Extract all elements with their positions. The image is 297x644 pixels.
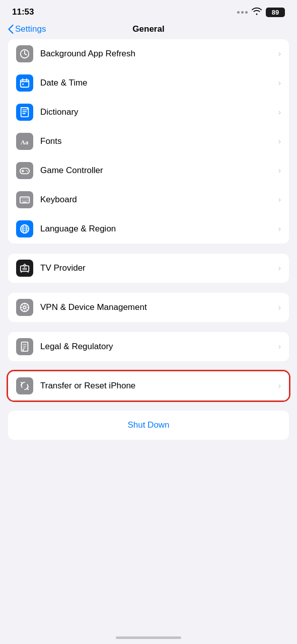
vpn-label: VPN & Device Management xyxy=(40,302,278,312)
chevron-icon: › xyxy=(278,166,281,175)
transfer-reset-label: Transfer or Reset iPhone xyxy=(40,381,278,391)
chevron-icon: › xyxy=(278,108,281,117)
date-time-label: Date & Time xyxy=(40,78,278,88)
chevron-icon: › xyxy=(278,137,281,146)
vpn-device-item[interactable]: VPN & Device Management › xyxy=(8,293,289,322)
shutdown-label: Shut Down xyxy=(127,420,169,430)
svg-rect-1 xyxy=(21,80,29,88)
chevron-icon: › xyxy=(278,342,281,351)
language-region-icon xyxy=(16,220,33,237)
svg-point-16 xyxy=(22,349,24,351)
background-app-refresh-icon xyxy=(16,45,33,62)
legal-regulatory-label: Legal & Regulatory xyxy=(40,342,278,352)
nav-bar: Settings General xyxy=(0,21,297,39)
transfer-reset-item[interactable]: Transfer or Reset iPhone › xyxy=(8,371,289,400)
fonts-label: Fonts xyxy=(40,136,278,146)
chevron-icon: › xyxy=(278,264,281,273)
svg-rect-5 xyxy=(20,168,29,174)
shutdown-button[interactable]: Shut Down xyxy=(8,411,289,440)
vpn-icon xyxy=(16,299,33,316)
tv-provider-label: TV Provider xyxy=(40,263,278,273)
settings-group-tv: TV Provider › xyxy=(8,254,289,283)
back-button[interactable]: Settings xyxy=(8,24,46,34)
keyboard-item[interactable]: Keyboard › xyxy=(8,185,289,214)
chevron-icon: › xyxy=(278,195,281,204)
svg-point-6 xyxy=(26,170,27,171)
settings-group-vpn: VPN & Device Management › xyxy=(8,293,289,322)
tv-provider-item[interactable]: TV Provider › xyxy=(8,254,289,283)
language-region-label: Language & Region xyxy=(40,224,278,234)
date-time-icon xyxy=(16,74,33,92)
keyboard-label: Keyboard xyxy=(40,195,278,205)
chevron-icon: › xyxy=(278,303,281,312)
status-time: 11:53 xyxy=(12,7,34,17)
home-indicator xyxy=(116,636,181,639)
svg-point-14 xyxy=(23,306,26,309)
tv-provider-icon xyxy=(16,260,33,277)
game-controller-label: Game Controller xyxy=(40,166,278,176)
dictionary-icon xyxy=(16,104,33,121)
settings-group-legal: Legal & Regulatory › xyxy=(8,332,289,361)
status-bar: 11:53 89 xyxy=(0,0,297,21)
legal-regulatory-item[interactable]: Legal & Regulatory › xyxy=(8,332,289,361)
page-title: General xyxy=(132,24,164,34)
keyboard-icon xyxy=(16,191,33,208)
settings-content: Background App Refresh › Date & Time › xyxy=(0,39,297,628)
battery-icon: 89 xyxy=(266,8,285,17)
background-app-refresh-label: Background App Refresh xyxy=(40,49,278,59)
chevron-icon: › xyxy=(278,49,281,58)
fonts-item[interactable]: Aa Fonts › xyxy=(8,127,289,156)
language-region-item[interactable]: Language & Region › xyxy=(8,214,289,244)
settings-group-transfer: Transfer or Reset iPhone › xyxy=(8,371,289,400)
svg-rect-12 xyxy=(22,268,27,270)
game-controller-icon xyxy=(16,162,33,179)
transfer-reset-icon xyxy=(16,377,33,394)
background-app-refresh-item[interactable]: Background App Refresh › xyxy=(8,39,289,68)
dictionary-item[interactable]: Dictionary › xyxy=(8,98,289,127)
chevron-icon: › xyxy=(278,78,281,88)
svg-point-7 xyxy=(27,171,28,172)
legal-icon xyxy=(16,338,33,355)
settings-group-main: Background App Refresh › Date & Time › xyxy=(8,39,289,244)
status-icons: 89 xyxy=(237,8,285,17)
date-time-item[interactable]: Date & Time › xyxy=(8,68,289,98)
svg-rect-2 xyxy=(22,84,24,85)
fonts-icon: Aa xyxy=(16,133,33,150)
svg-text:Aa: Aa xyxy=(21,139,29,146)
chevron-icon: › xyxy=(278,224,281,233)
dictionary-label: Dictionary xyxy=(40,107,278,117)
signal-icon xyxy=(237,11,248,14)
game-controller-item[interactable]: Game Controller › xyxy=(8,156,289,185)
wifi-icon xyxy=(252,8,262,17)
chevron-icon: › xyxy=(278,381,281,390)
